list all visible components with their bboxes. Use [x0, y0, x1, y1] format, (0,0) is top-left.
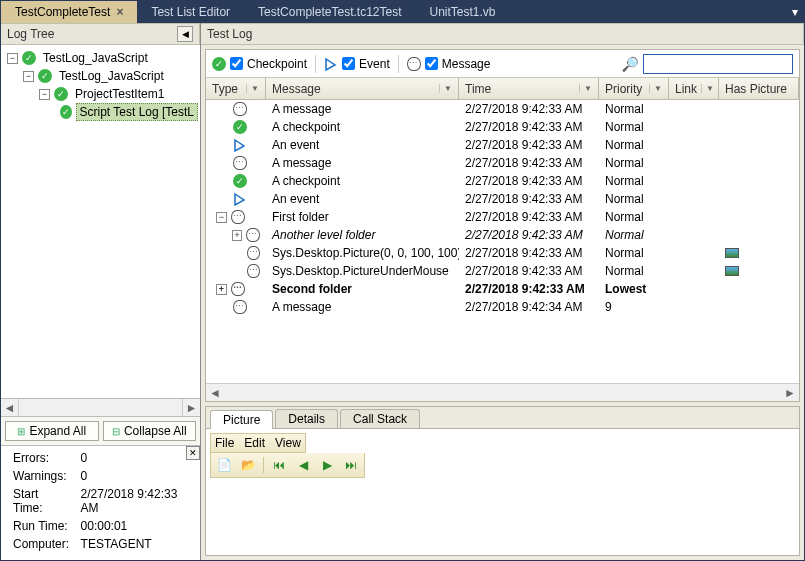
open-icon[interactable]: 📂: [239, 456, 257, 474]
chevron-down-icon[interactable]: ▼: [649, 84, 662, 93]
menu-file[interactable]: File: [215, 436, 234, 450]
event-checkbox[interactable]: [342, 57, 355, 70]
scroll-track[interactable]: [19, 399, 182, 416]
picture-viewer: File Edit View 📄 📂 ⏮ ◀ ▶ ⏭: [206, 429, 799, 555]
tree-label: ProjectTestItem1: [72, 86, 167, 102]
new-icon[interactable]: 📄: [215, 456, 233, 474]
expand-toggle[interactable]: +: [232, 230, 243, 241]
tree-item[interactable]: ✓Script Test Log [TestL: [3, 103, 198, 121]
search-input[interactable]: [643, 54, 793, 74]
collapse-left-icon[interactable]: ◀: [177, 26, 193, 42]
tab-call-stack[interactable]: Call Stack: [340, 409, 420, 428]
expand-toggle[interactable]: −: [39, 89, 50, 100]
log-tree[interactable]: −✓TestLog_JavaScript−✓TestLog_JavaScript…: [1, 45, 200, 398]
close-icon[interactable]: ×: [116, 5, 123, 19]
expand-all-button[interactable]: ⊞Expand All: [5, 421, 99, 441]
table-row[interactable]: +Second folder2/27/2018 9:42:33 AMLowest: [206, 280, 799, 298]
event-label: Event: [359, 57, 390, 71]
table-row[interactable]: An event2/27/2018 9:42:33 AMNormal: [206, 190, 799, 208]
scroll-right-icon[interactable]: ►: [781, 384, 799, 401]
table-row[interactable]: Sys.Desktop.Picture(0, 0, 100, 100)2/27/…: [206, 244, 799, 262]
computer-label: Computer:: [9, 536, 75, 552]
expand-toggle[interactable]: −: [216, 212, 227, 223]
checkpoint-icon: ✓: [233, 120, 247, 134]
tab-test-list-editor[interactable]: Test List Editor: [137, 1, 244, 23]
chevron-down-icon[interactable]: ▼: [579, 84, 592, 93]
cell-priority: Normal: [599, 210, 669, 224]
errors-value: 0: [77, 450, 192, 466]
col-priority[interactable]: Priority▼: [599, 78, 669, 99]
tab-overflow-dropdown[interactable]: ▾: [786, 1, 804, 23]
menu-edit[interactable]: Edit: [244, 436, 265, 450]
table-row[interactable]: Sys.Desktop.PictureUnderMouse2/27/2018 9…: [206, 262, 799, 280]
tree-label: TestLog_JavaScript: [40, 50, 151, 66]
tab-testcompletetest[interactable]: TestCompleteTest ×: [1, 1, 137, 23]
tab-details[interactable]: Details: [275, 409, 338, 428]
table-row[interactable]: A message2/27/2018 9:42:33 AMNormal: [206, 154, 799, 172]
last-icon[interactable]: ⏭: [342, 456, 360, 474]
cell-priority: Normal: [599, 192, 669, 206]
detail-tabs: Picture Details Call Stack: [206, 407, 799, 429]
table-row[interactable]: A message2/27/2018 9:42:34 AM9: [206, 298, 799, 316]
tab-label: Test List Editor: [151, 5, 230, 19]
tree-hscrollbar[interactable]: ◄ ►: [1, 398, 200, 416]
grid-hscrollbar[interactable]: ◄ ►: [206, 383, 799, 401]
message-icon: [231, 282, 245, 296]
scroll-track[interactable]: [224, 384, 781, 401]
message-icon: [246, 228, 260, 242]
expand-icon: ⊞: [17, 426, 25, 437]
cell-has-picture: [719, 266, 799, 276]
cell-time: 2/27/2018 9:42:33 AM: [459, 210, 599, 224]
expand-toggle[interactable]: +: [216, 284, 227, 295]
cell-priority: Normal: [599, 264, 669, 278]
chevron-down-icon[interactable]: ▼: [439, 84, 452, 93]
table-row[interactable]: +Another level folder2/27/2018 9:42:33 A…: [206, 226, 799, 244]
tab-label: Details: [288, 412, 325, 426]
table-row[interactable]: ✓A checkpoint2/27/2018 9:42:33 AMNormal: [206, 172, 799, 190]
tree-item[interactable]: −✓ProjectTestItem1: [3, 85, 198, 103]
col-has-picture[interactable]: Has Picture: [719, 78, 799, 99]
table-row[interactable]: A message2/27/2018 9:42:33 AMNormal: [206, 100, 799, 118]
col-link[interactable]: Link▼: [669, 78, 719, 99]
cell-message: An event: [266, 192, 459, 206]
grid-body[interactable]: A message2/27/2018 9:42:33 AMNormal✓A ch…: [206, 100, 799, 383]
message-icon: [231, 210, 245, 224]
table-row[interactable]: An event2/27/2018 9:42:33 AMNormal: [206, 136, 799, 154]
tab-label: TestCompleteTest.tc12Test: [258, 5, 401, 19]
log-tree-panel: Log Tree ◀ −✓TestLog_JavaScript−✓TestLog…: [1, 23, 201, 560]
prev-icon[interactable]: ◀: [294, 456, 312, 474]
col-message[interactable]: Message▼: [266, 78, 459, 99]
tab-tc12test[interactable]: TestCompleteTest.tc12Test: [244, 1, 415, 23]
tab-unittest1[interactable]: UnitTest1.vb: [416, 1, 510, 23]
panel-title: Test Log: [207, 27, 797, 41]
scroll-left-icon[interactable]: ◄: [206, 384, 224, 401]
chevron-down-icon[interactable]: ▼: [701, 84, 714, 93]
col-time[interactable]: Time▼: [459, 78, 599, 99]
col-type[interactable]: Type▼: [206, 78, 266, 99]
table-row[interactable]: ✓A checkpoint2/27/2018 9:42:33 AMNormal: [206, 118, 799, 136]
tab-picture[interactable]: Picture: [210, 410, 273, 429]
next-icon[interactable]: ▶: [318, 456, 336, 474]
cell-priority: Normal: [599, 102, 669, 116]
expand-toggle[interactable]: −: [23, 71, 34, 82]
scroll-right-icon[interactable]: ►: [182, 399, 200, 416]
scroll-left-icon[interactable]: ◄: [1, 399, 19, 416]
menu-view[interactable]: View: [275, 436, 301, 450]
collapse-all-button[interactable]: ⊟Collapse All: [103, 421, 197, 441]
errors-label: Errors:: [9, 450, 75, 466]
tab-label: Call Stack: [353, 412, 407, 426]
col-label: Time: [465, 82, 491, 96]
tree-item[interactable]: −✓TestLog_JavaScript: [3, 67, 198, 85]
message-checkbox[interactable]: [425, 57, 438, 70]
chevron-down-icon[interactable]: ▼: [246, 84, 259, 93]
first-icon[interactable]: ⏮: [270, 456, 288, 474]
run-time-value: 00:00:01: [77, 518, 192, 534]
collapse-icon: ⊟: [112, 426, 120, 437]
expand-toggle[interactable]: −: [7, 53, 18, 64]
checkpoint-checkbox[interactable]: [230, 57, 243, 70]
tree-item[interactable]: −✓TestLog_JavaScript: [3, 49, 198, 67]
cell-priority: Normal: [599, 174, 669, 188]
search-icon[interactable]: 🔍: [622, 56, 639, 72]
table-row[interactable]: −First folder2/27/2018 9:42:33 AMNormal: [206, 208, 799, 226]
close-icon[interactable]: ✕: [186, 446, 200, 460]
